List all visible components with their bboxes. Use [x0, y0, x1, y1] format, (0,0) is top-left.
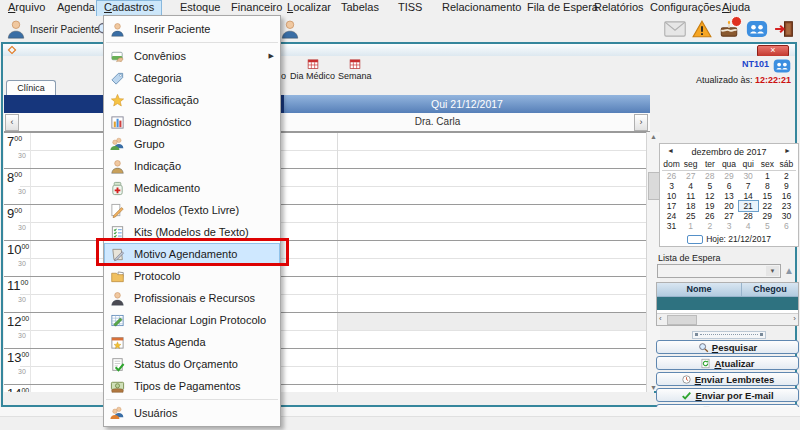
enviar-lembretes-button[interactable]: Enviar Lembretes [656, 372, 799, 386]
calendar-day[interactable]: 28 [700, 171, 719, 181]
scroll-right-icon[interactable]: › [793, 314, 796, 323]
menu-item-indicacao[interactable]: Indicação [104, 155, 280, 177]
calendar-day[interactable]: 13 [719, 191, 738, 201]
chat-icon[interactable] [746, 18, 768, 40]
enviar-por-e-mail-button[interactable]: Enviar por E-mail [656, 388, 799, 402]
menu-item-medicamento[interactable]: Medicamento [104, 177, 280, 199]
calendar-day[interactable]: 26 [700, 211, 719, 221]
calendar-day[interactable]: 22 [758, 201, 777, 211]
menu-item-grupo[interactable]: Grupo [104, 133, 280, 155]
calendar-next-icon[interactable]: ► [784, 147, 791, 154]
schedule-hour-row[interactable]: 130030 [4, 348, 646, 384]
calendar-day[interactable]: 30 [739, 171, 758, 181]
insert-patient-button[interactable]: Inserir Paciente [6, 18, 99, 40]
calendar-day[interactable]: 18 [681, 201, 700, 211]
schedule-hour-row[interactable]: 80030 [4, 168, 646, 204]
menu-item-modelos-texto-livre[interactable]: Modelos (Texto Livre) [104, 199, 280, 221]
waitlist-column-nome[interactable]: Nome [657, 283, 742, 296]
waitlist-combobox[interactable]: ▼ [657, 264, 781, 278]
waitlist-column-chegou[interactable]: Chegou [742, 283, 798, 296]
menubar-item-agenda[interactable]: Agenda [50, 0, 102, 15]
schedule-hour-row[interactable]: 100030 [4, 240, 646, 276]
waitlist-row[interactable] [657, 297, 798, 310]
hidden-toolbar-button[interactable] [280, 18, 300, 40]
view-button-semana[interactable]: Semana [334, 57, 376, 81]
calendar-day[interactable]: 7 [739, 181, 758, 191]
menubar-item-localizar[interactable]: Localizar [280, 0, 338, 15]
schedule-hour-row[interactable]: 120030 [4, 312, 646, 348]
calendar-day[interactable]: 30 [777, 211, 796, 221]
calendar-day[interactable]: 28 [739, 211, 758, 221]
calendar-day[interactable]: 5 [700, 181, 719, 191]
calendar-day[interactable]: 29 [719, 171, 738, 181]
menu-item-usuarios[interactable]: Usuários [104, 402, 280, 424]
calendar-day[interactable]: 2 [777, 171, 796, 181]
chat-icon[interactable] [773, 57, 791, 75]
calendar-day[interactable]: 29 [758, 211, 777, 221]
calendar-day[interactable]: 27 [719, 211, 738, 221]
schedule-hour-row[interactable]: 90030 [4, 204, 646, 240]
menu-item-categoria[interactable]: Categoria [104, 67, 280, 89]
calendar-day[interactable]: 15 [758, 191, 777, 201]
warning-icon[interactable] [692, 19, 712, 39]
calendar-day-selected[interactable]: 21 [739, 201, 758, 211]
menu-item-relacionar-login-protocolo[interactable]: Relacionar Login Protocolo [104, 309, 280, 331]
calendar-day[interactable]: 10 [662, 191, 681, 201]
menubar-item-tabelas[interactable]: Tabelas [334, 0, 386, 15]
menubar-item-relacionamento[interactable]: Relacionamento [435, 0, 529, 15]
calendar-day[interactable]: 24 [662, 211, 681, 221]
scroll-left-button[interactable]: ‹ [5, 114, 19, 131]
calendar-day[interactable]: 6 [777, 221, 796, 231]
menu-item-motivo-agendamento[interactable]: Motivo Agendamento [104, 243, 280, 265]
atualizar-button[interactable]: Atualizar [656, 356, 799, 370]
menubar-item-arquivo[interactable]: Arquivo [1, 0, 52, 15]
calendar-today[interactable]: Hoje: 21/12/2017 [660, 234, 798, 244]
calendar-day[interactable]: 25 [681, 211, 700, 221]
schedule-hour-row[interactable]: 110030 [4, 276, 646, 312]
menu-item-inserir-paciente[interactable]: Inserir Paciente [104, 18, 280, 40]
menu-item-protocolo[interactable]: Protocolo [104, 265, 280, 287]
tab-clinica[interactable]: Clínica [6, 80, 56, 96]
view-button-dia-medico[interactable]: Dia Médico [286, 57, 339, 81]
calendar-day[interactable]: 16 [777, 191, 796, 201]
calendar-day[interactable]: 11 [681, 191, 700, 201]
menu-item-classificacao[interactable]: Classificação [104, 89, 280, 111]
menu-item-status-do-orcamento[interactable]: Status do Orçamento [104, 353, 280, 375]
calendar-day[interactable]: 31 [662, 221, 681, 231]
menu-item-kits-modelos-de-texto[interactable]: Kits (Modelos de Texto) [104, 221, 280, 243]
calendar-day[interactable]: 14 [739, 191, 758, 201]
calendar-day[interactable]: 26 [662, 171, 681, 181]
splitter-handle[interactable] [692, 331, 766, 339]
scroll-right-button[interactable]: › [634, 114, 648, 131]
calendar-day[interactable]: 20 [719, 201, 738, 211]
birthday-icon[interactable] [718, 18, 740, 40]
calendar-day[interactable]: 27 [681, 171, 700, 181]
calendar-day[interactable]: 1 [758, 171, 777, 181]
scroll-left-icon[interactable]: ‹ [659, 314, 662, 323]
menu-item-diagnostico[interactable]: Diagnóstico [104, 111, 280, 133]
scrollbar-thumb[interactable] [667, 315, 697, 325]
calendar-day[interactable]: 3 [719, 221, 738, 231]
calendar-day[interactable]: 3 [662, 181, 681, 191]
menu-item-tipos-de-pagamentos[interactable]: Tipos de Pagamentos [104, 375, 280, 397]
collapse-panel-icon[interactable]: ▲ [784, 265, 794, 276]
calendar-day[interactable]: 8 [758, 181, 777, 191]
calendar-day[interactable]: 4 [739, 221, 758, 231]
calendar-day[interactable]: 1 [681, 221, 700, 231]
schedule-hour-row[interactable]: 140030 [4, 384, 646, 392]
calendar-day[interactable]: 6 [719, 181, 738, 191]
calendar-day[interactable]: 2 [700, 221, 719, 231]
menubar-item-tiss[interactable]: TISS [391, 0, 429, 15]
menubar-item-estoque[interactable]: Estoque [173, 0, 227, 15]
calendar-day[interactable]: 5 [758, 221, 777, 231]
calendar-day[interactable]: 17 [662, 201, 681, 211]
menu-item-convenios[interactable]: Convênios▶ [104, 45, 280, 67]
menubar-item-relatorios[interactable]: Relatórios [587, 0, 651, 15]
calendar-day[interactable]: 4 [681, 181, 700, 191]
calendar-day[interactable]: 23 [777, 201, 796, 211]
calendar-day[interactable]: 12 [700, 191, 719, 201]
schedule-hour-row[interactable]: 70030 [4, 132, 646, 168]
calendar-day[interactable]: 9 [777, 181, 796, 191]
pesquisar-button[interactable]: Pesquisar [656, 340, 799, 354]
calendar-day[interactable]: 19 [700, 201, 719, 211]
